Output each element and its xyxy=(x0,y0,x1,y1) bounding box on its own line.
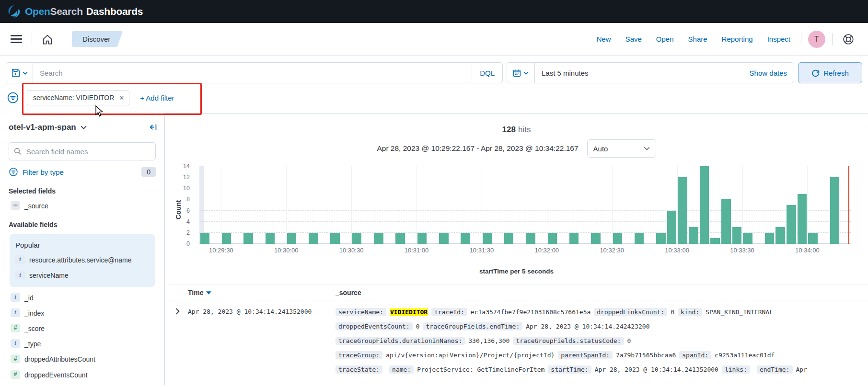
field-value: 0 xyxy=(627,337,631,344)
field-item-droppedAttributesCount[interactable]: #droppedAttributesCount xyxy=(11,355,156,364)
app-header: OpenSearchDashboards xyxy=(0,0,868,23)
refresh-label: Refresh xyxy=(823,69,849,77)
field-key-pill: kind: xyxy=(678,308,702,316)
show-dates-button[interactable]: Show dates xyxy=(743,69,794,77)
field-key-pill: name: xyxy=(389,365,414,374)
field-value: 330,136,300 xyxy=(468,337,509,344)
histogram-bucket xyxy=(558,166,569,244)
nav-link-inspect[interactable]: Inspect xyxy=(767,35,790,43)
histogram-bucket xyxy=(536,166,547,244)
filter-pill-servicename[interactable]: serviceName: VIDIEDITOR ✕ xyxy=(27,90,129,105)
filter-by-type[interactable]: Filter by type 0 xyxy=(9,167,156,177)
field-item-_type[interactable]: t_type xyxy=(11,340,156,348)
field-search-input[interactable] xyxy=(25,147,150,156)
chevron-down-icon xyxy=(23,71,28,75)
histogram-bar xyxy=(200,233,209,244)
histogram-bar xyxy=(798,194,807,244)
field-name: _score xyxy=(24,324,45,333)
histogram-bucket xyxy=(840,166,851,244)
date-quick-select-button[interactable] xyxy=(507,63,535,83)
hits-label: hits xyxy=(518,125,531,134)
query-language-button[interactable]: DQL xyxy=(472,63,502,83)
field-value: ec1a3574fbe7f9e21031608c57661e5a xyxy=(471,308,590,316)
nav-link-reporting[interactable]: Reporting xyxy=(722,35,753,43)
histogram-bucket xyxy=(656,166,667,244)
nav-link-new[interactable]: New xyxy=(597,35,611,43)
histogram-bucket xyxy=(742,166,753,244)
field-item-_score[interactable]: #_score xyxy=(11,324,156,333)
saved-query-button[interactable] xyxy=(6,63,33,83)
histogram-bucket xyxy=(308,166,319,244)
content: otel-v1-apm-span Filter by type 0 xyxy=(0,113,868,385)
histogram-plot[interactable] xyxy=(199,166,851,244)
histogram-bucket xyxy=(384,166,395,244)
histogram-bar xyxy=(765,233,774,244)
histogram-bucket xyxy=(612,166,623,244)
histogram-bar xyxy=(548,233,557,244)
filter-options-button[interactable] xyxy=(7,91,19,104)
histogram-bucket xyxy=(265,166,276,244)
divider xyxy=(832,33,833,46)
home-button[interactable] xyxy=(39,31,56,48)
x-tick-label: 10:31:00 xyxy=(405,247,429,254)
histogram-bucket xyxy=(775,166,786,244)
field-item-droppedEventsCount[interactable]: #droppedEventsCount xyxy=(11,371,156,379)
histogram-bucket xyxy=(666,166,677,244)
remove-filter-icon[interactable]: ✕ xyxy=(119,94,124,102)
filter-pill-label: serviceName: VIDIEDITOR xyxy=(33,94,114,102)
field-type-icon-source: </> xyxy=(11,201,20,210)
histogram-bucket xyxy=(579,166,590,244)
index-pattern-selector[interactable]: otel-v1-apm-span xyxy=(9,123,87,132)
field-type-icon-text: t xyxy=(11,293,20,302)
avatar-initial: T xyxy=(814,35,819,44)
hits-row: 128hits xyxy=(165,125,868,135)
avatar[interactable]: T xyxy=(808,31,825,48)
histogram-bar xyxy=(787,205,796,244)
field-key-pill: droppedEventsCount: xyxy=(336,322,413,330)
histogram-bucket xyxy=(438,166,449,244)
field-item-_id[interactable]: t_id xyxy=(11,294,156,302)
field-item-serviceName[interactable]: tserviceName xyxy=(15,271,146,280)
collapse-sidebar-button[interactable] xyxy=(146,120,161,135)
row-source: serviceName:VIDIEDITORtraceId:ec1a3574fb… xyxy=(336,308,868,380)
histogram-bucket xyxy=(221,166,232,244)
field-item-_index[interactable]: t_index xyxy=(11,309,156,318)
histogram-bar xyxy=(667,211,676,244)
calendar-icon xyxy=(513,69,521,77)
interval-select[interactable]: Auto xyxy=(587,139,656,158)
field-name: _id xyxy=(24,294,34,302)
field-name: droppedAttributesCount xyxy=(24,355,95,364)
nav-link-save[interactable]: Save xyxy=(625,35,642,43)
field-name: _source xyxy=(24,202,48,210)
source-line: traceGroupFields.durationInNanos:330,136… xyxy=(336,337,866,345)
menu-button[interactable] xyxy=(8,32,25,46)
help-button[interactable] xyxy=(839,30,857,48)
histogram-bar xyxy=(483,233,492,244)
histogram-bucket xyxy=(232,166,243,244)
divider xyxy=(801,33,801,46)
field-item-resource.attributes.service@name[interactable]: tresource.attributes.service@name xyxy=(15,256,146,264)
x-axis: 10:29:3010:30:0010:30:3010:31:0010:31:30… xyxy=(199,247,851,256)
field-key-pill: traceGroupFields.endTime: xyxy=(423,322,523,330)
expand-row-button[interactable] xyxy=(169,308,188,380)
search-input[interactable] xyxy=(33,69,472,77)
y-tick-label-4: 4 xyxy=(186,218,190,225)
nav-link-open[interactable]: Open xyxy=(656,35,674,43)
field-item-_source[interactable]: </>_source xyxy=(11,202,156,210)
histogram-bucket xyxy=(362,166,373,244)
time-column-header[interactable]: Time xyxy=(188,289,336,296)
time-range-value[interactable]: Last 5 minutes xyxy=(535,69,743,77)
histogram-bucket xyxy=(341,166,352,244)
histogram-bucket xyxy=(460,166,471,244)
field-value: 7a79b71565bbcaa6 xyxy=(616,352,676,359)
field-value: api/v{version:apiVersion}/Project/{proje… xyxy=(386,352,555,359)
source-column-header: _source xyxy=(336,289,868,296)
refresh-button[interactable]: Refresh xyxy=(798,62,862,83)
save-icon xyxy=(12,68,20,77)
add-filter-button[interactable]: + Add filter xyxy=(137,93,177,102)
histogram-bucket xyxy=(286,166,297,244)
breadcrumb-discover[interactable]: Discover xyxy=(72,31,123,47)
nav-link-share[interactable]: Share xyxy=(688,35,707,43)
y-tick-label-10: 10 xyxy=(183,185,190,192)
histogram-bucket xyxy=(623,166,634,244)
